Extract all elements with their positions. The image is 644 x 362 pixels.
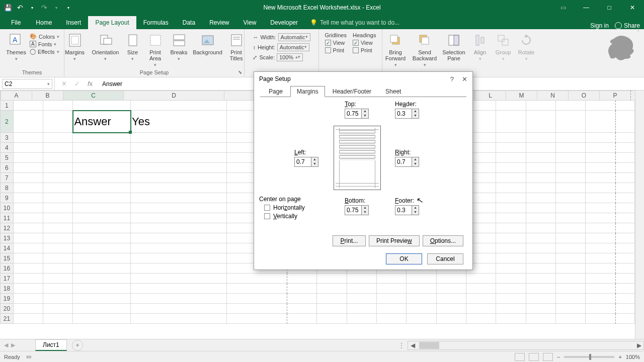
row-header-19[interactable]: 19 [0, 294, 14, 304]
dialog-tab-page[interactable]: Page [262, 86, 289, 97]
cell[interactable] [287, 314, 317, 324]
gridlines-print-checkbox[interactable]: Print [325, 47, 347, 53]
cell[interactable] [496, 284, 526, 294]
cell[interactable] [14, 203, 43, 213]
cell[interactable] [317, 314, 347, 324]
margins-button[interactable]: Margins▾ [61, 31, 89, 61]
cell[interactable] [14, 213, 43, 223]
cell[interactable] [377, 284, 407, 294]
row-header-7[interactable]: 7 [0, 173, 14, 183]
qat-customize-icon[interactable]: ▾ [64, 4, 72, 12]
redo-icon[interactable]: ↷ [40, 4, 48, 12]
col-header-d[interactable]: D [124, 90, 224, 101]
cell[interactable] [616, 243, 635, 253]
cell[interactable] [466, 304, 496, 314]
cell[interactable] [377, 274, 407, 284]
breaks-button[interactable]: Breaks▾ [168, 31, 190, 61]
cell[interactable] [73, 304, 131, 314]
ok-button[interactable]: OK [386, 253, 422, 264]
cell[interactable] [73, 163, 131, 173]
row-header-3[interactable]: 3 [0, 133, 14, 143]
cell[interactable] [586, 143, 615, 153]
cell[interactable] [131, 243, 227, 253]
cell[interactable] [616, 314, 635, 324]
cell[interactable] [43, 213, 73, 223]
cell[interactable] [437, 304, 466, 314]
cell[interactable] [437, 274, 466, 284]
ribbon-display-icon[interactable]: ▭ [551, 0, 575, 15]
print-titles-button[interactable]: Print Titles [225, 31, 248, 61]
cell[interactable] [616, 133, 635, 143]
cell[interactable] [556, 314, 586, 324]
cell[interactable] [466, 294, 496, 304]
row-header-18[interactable]: 18 [0, 284, 14, 294]
cell[interactable] [616, 223, 635, 233]
cell[interactable] [73, 101, 131, 111]
horizontally-checkbox[interactable]: Horizontally [264, 204, 305, 211]
cell[interactable] [556, 233, 586, 243]
cell[interactable] [616, 304, 635, 314]
top-spinner[interactable]: ▲▼ [345, 109, 369, 119]
tab-review[interactable]: Review [202, 16, 236, 29]
print-preview-button[interactable]: Print Preview [369, 235, 420, 246]
col-header-end[interactable] [631, 90, 635, 101]
cell[interactable] [556, 253, 586, 263]
cell[interactable] [73, 153, 131, 163]
cell[interactable] [466, 274, 496, 284]
colors-button[interactable]: 🎨Colors▾ [30, 33, 59, 40]
cell[interactable] [287, 274, 317, 284]
cell[interactable] [377, 314, 407, 324]
cell[interactable] [227, 274, 287, 284]
cell[interactable] [556, 274, 586, 284]
cell[interactable] [347, 284, 377, 294]
cell[interactable] [377, 304, 407, 314]
cell[interactable] [616, 203, 635, 213]
cell[interactable] [496, 223, 526, 233]
row-header-13[interactable]: 13 [0, 233, 14, 243]
cell[interactable] [227, 294, 287, 304]
cell[interactable] [556, 153, 586, 163]
cell[interactable] [131, 314, 227, 324]
cell[interactable] [616, 294, 635, 304]
cell[interactable] [586, 173, 615, 183]
cell[interactable] [227, 314, 287, 324]
fonts-button[interactable]: AFonts▾ [30, 41, 59, 47]
cell[interactable] [496, 243, 526, 253]
cell[interactable] [43, 133, 73, 143]
cell[interactable] [73, 203, 131, 213]
cell[interactable] [73, 193, 131, 203]
save-icon[interactable]: 💾 [4, 4, 12, 12]
vertically-checkbox[interactable]: Vertically [264, 213, 305, 220]
scale-spinner[interactable]: 100%▴▾ [277, 53, 303, 61]
row-header-8[interactable]: 8 [0, 183, 14, 193]
cell[interactable] [131, 223, 227, 233]
cell[interactable] [556, 193, 586, 203]
horizontal-scrollbar[interactable]: ◀ ▶ [408, 341, 644, 350]
cell[interactable] [586, 233, 615, 243]
cell[interactable] [496, 203, 526, 213]
cancel-edit-icon[interactable]: ✕ [60, 80, 68, 87]
cell[interactable] [131, 274, 227, 284]
cell[interactable] [43, 223, 73, 233]
close-button[interactable]: ✕ [621, 0, 644, 15]
collapse-ribbon-icon[interactable]: ˇ [635, 30, 642, 76]
cell[interactable] [616, 274, 635, 284]
cell[interactable] [586, 101, 615, 111]
cell[interactable] [616, 193, 635, 203]
cell[interactable] [496, 133, 526, 143]
cell[interactable] [131, 183, 227, 193]
normal-view-icon[interactable] [515, 353, 525, 361]
cell[interactable] [556, 284, 586, 294]
cell[interactable] [556, 213, 586, 223]
row-header-9[interactable]: 9 [0, 193, 14, 203]
undo-icon[interactable]: ↶ [16, 4, 24, 12]
zoom-slider[interactable] [564, 356, 614, 358]
cell[interactable] [131, 284, 227, 294]
page-setup-launcher-icon[interactable]: ⬊ [238, 69, 242, 75]
cell[interactable] [616, 143, 635, 153]
cell[interactable] [496, 193, 526, 203]
cell[interactable] [586, 133, 615, 143]
name-box[interactable]: C2 ▾ [2, 79, 52, 89]
cell[interactable] [526, 253, 556, 263]
right-input[interactable] [395, 157, 412, 167]
